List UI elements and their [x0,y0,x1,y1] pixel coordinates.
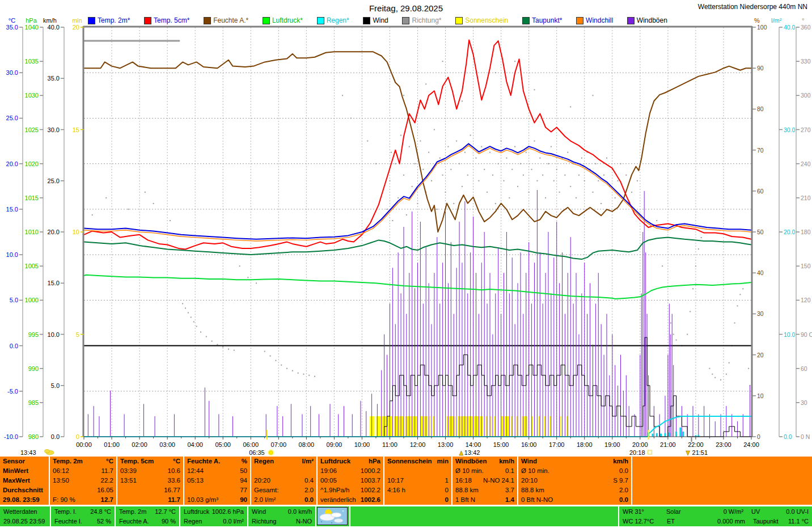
svg-text:min: min [72,17,82,24]
svg-text:70: 70 [757,147,764,154]
table-cell: 13:5022.2 [50,476,116,485]
svg-text:10.0: 10.0 [6,251,18,258]
table-cell: ^1.9hPa/h1002.2 [318,485,383,495]
table-cell [251,466,316,476]
svg-text:30.0: 30.0 [784,126,796,133]
svg-text:10: 10 [757,392,764,399]
table-cell: 88.8 km2.0 [518,485,631,495]
table-cell: 20:10S 9.7 [518,476,631,485]
svg-text:100: 100 [757,24,767,31]
summary-table: SensorMinWertMaxWertDurchschnitt29.08. 2… [0,457,812,505]
svg-text:13:00: 13:00 [438,441,454,448]
svg-text:21:00: 21:00 [660,441,676,448]
svg-text:06:00: 06:00 [243,441,259,448]
svg-text:90: 90 [757,65,764,71]
svg-text:0.0: 0.0 [10,343,18,349]
svg-text:180 S: 180 S [801,229,812,235]
row-label: MaxWert [0,476,49,485]
svg-text:1040: 1040 [25,24,39,31]
svg-text:40.0: 40.0 [784,24,796,31]
table-cell: Ø 10 min.0.0 [518,466,631,476]
svg-text:990: 990 [28,365,39,372]
svg-text:10.0: 10.0 [48,331,60,338]
svg-text:60: 60 [757,188,764,195]
svg-text:24:00: 24:00 [743,441,759,448]
svg-text:20.0: 20.0 [784,229,796,235]
table-cell: 10.03 g/m³90 [184,495,250,505]
svg-text:1000: 1000 [25,297,39,303]
svg-text:240: 240 [801,160,811,167]
svg-text:0: 0 [76,433,79,440]
svg-text:0 N: 0 N [801,433,810,440]
sunset-square-icon [648,450,652,454]
svg-text:1020: 1020 [25,160,39,167]
table-col-wind: Windkm/hØ 10 min.0.020:10S 9.788.8 km2.0… [518,457,631,505]
svg-text:16:00: 16:00 [521,441,537,448]
svg-text:300: 300 [801,92,811,99]
svg-text:5.0: 5.0 [51,382,60,389]
svg-text:20.0: 20.0 [6,160,18,167]
footer-block-4: Wind0.0 km/hRichtungN-NO [248,506,315,526]
row-label: Sensor [0,457,49,466]
solar-noon-time: 13:42 [464,449,480,456]
footer-block-3: Luftdruck1002.6 hPaRegen0.0 l/m² [180,506,247,526]
svg-text:14:00: 14:00 [466,441,481,448]
table-cell: Gesamt:2.0 [251,485,316,495]
svg-text:10.0: 10.0 [784,331,796,338]
svg-text:15.0: 15.0 [6,206,18,213]
table-cell: 0 [384,495,451,505]
arrow-up-icon [459,451,463,455]
table-col-temp-5cm: Temp. 5cm°C03:3910.613:5133.616.7711.7 [117,457,183,505]
svg-text:02:00: 02:00 [132,441,147,448]
footer-block-2: Temp. 2m12.7 °CFeuchte A.90 % [116,506,179,526]
svg-text:03:00: 03:00 [159,441,175,448]
sunset-time: 20:18 [629,449,645,456]
svg-text:22:00: 22:00 [688,441,704,448]
svg-text:-10.0: -10.0 [4,433,18,440]
row-label: 29.08. 23:59 [0,495,49,505]
table-cell: 1 Bft N1.4 [452,495,517,505]
table-col-temp-2m: Temp. 2m°C06:1211.713:5022.216.05F: 90 %… [50,457,116,505]
svg-text:08:00: 08:00 [299,441,315,448]
svg-text:120: 120 [801,297,811,303]
svg-text:00:00: 00:00 [76,441,92,448]
svg-text:1035: 1035 [25,58,39,65]
svg-text:50: 50 [757,229,764,235]
svg-text:07:00: 07:00 [271,441,287,448]
table-cell: 0 Bft N-NO0.0 [518,495,631,505]
svg-text:15.0: 15.0 [48,280,60,286]
table-cell: 2.0 l/m²0.0 [251,495,316,505]
svg-text:150: 150 [801,263,811,269]
status-footer: Wetterdaten29.08.25 23:59Temp. I.24.8 °C… [0,506,812,526]
svg-text:1025: 1025 [25,126,39,133]
svg-text:11:00: 11:00 [382,441,397,448]
svg-text:%: % [754,17,760,24]
table-cell: 19:061000.2 [318,466,383,476]
svg-text:09:00: 09:00 [327,441,342,448]
weather-chart: °C-10.0-5.00.05.010.015.020.025.030.035.… [0,0,812,457]
weather-icon [317,507,348,526]
svg-text:10:00: 10:00 [354,441,370,448]
svg-text:0.0: 0.0 [51,433,60,440]
table-cell: Ø 10 min.0.1 [452,466,517,476]
table-cell: 16.05 [50,485,116,495]
moonset-time: 21:51 [692,449,708,456]
svg-text:60: 60 [801,365,807,372]
table-cell: 16:18N-NO 24.1 [452,476,517,485]
svg-text:0: 0 [757,433,760,440]
svg-text:1005: 1005 [25,263,39,269]
svg-text:20.0: 20.0 [48,229,60,235]
svg-text:980: 980 [28,433,39,440]
footer-right-block: WR 31°Solar0 W/m²UV0.0 UV-IWC 12.7°CET0.… [619,506,812,526]
table-col-luftdruck: LuftdruckhPa19:061000.200:051003.7^1.9hP… [318,457,383,505]
weather-app-window: Freitag, 29.08.2025 Wetterstation Nieder… [0,0,812,528]
table-cell: 11.7 [117,495,183,505]
table-cell: 77 [184,485,250,495]
svg-text:01:00: 01:00 [104,441,120,448]
svg-text:10: 10 [73,229,79,235]
svg-text:5: 5 [76,331,79,338]
table-col-regen: Regenl/m²20:200.4Gesamt:2.02.0 l/m²0.0 [251,457,316,505]
svg-text:330: 330 [801,58,811,65]
svg-text:l/m²: l/m² [771,17,782,24]
svg-text:35.0: 35.0 [48,75,60,82]
